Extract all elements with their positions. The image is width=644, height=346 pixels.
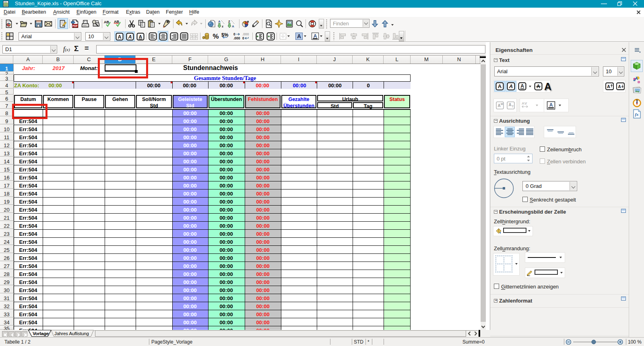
svg-text:fx: fx (635, 112, 639, 117)
svg-text:A: A (498, 83, 502, 89)
svg-text:Z: Z (228, 20, 230, 23)
svg-text:A: A (218, 20, 221, 23)
svg-text:AB: AB (104, 20, 109, 24)
svg-text:.000: .000 (233, 36, 240, 40)
svg-text:A: A (607, 84, 610, 89)
svg-text:A: A (520, 83, 524, 89)
svg-text:A: A (618, 84, 621, 89)
svg-text:$%: $% (221, 32, 229, 38)
svg-text:A: A (128, 34, 132, 39)
svg-text:M: M (501, 103, 503, 105)
svg-text:0: 0 (233, 32, 235, 36)
svg-text:A: A (232, 25, 234, 28)
svg-text:A: A (508, 103, 511, 107)
svg-text:T: T (512, 105, 514, 108)
svg-text:A: A (549, 102, 553, 107)
svg-text:z: z (222, 25, 223, 28)
svg-text:PDF: PDF (72, 25, 78, 27)
svg-text:A: A (522, 101, 524, 105)
svg-text:A: A (138, 34, 142, 39)
svg-text:V: V (524, 101, 527, 105)
svg-text:A: A (118, 34, 121, 39)
svg-text:A: A (497, 103, 500, 108)
svg-text:.000: .000 (242, 32, 249, 36)
svg-text:A: A (297, 33, 301, 39)
svg-text:0: 0 (242, 36, 244, 40)
svg-text:A: A (509, 83, 513, 89)
svg-text:A: A (313, 33, 317, 39)
svg-text:%: % (213, 33, 219, 40)
